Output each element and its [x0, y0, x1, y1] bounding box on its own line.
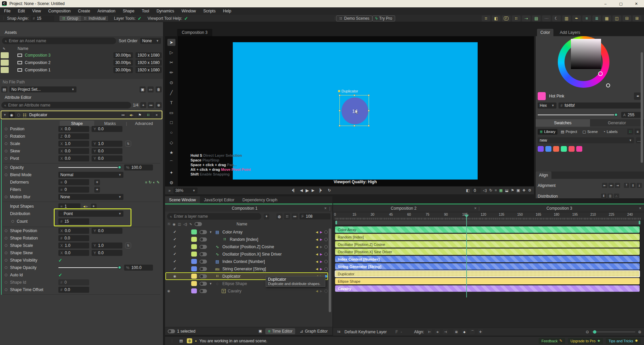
pivot-x-field[interactable]: X0.0 [58, 155, 89, 161]
camera-toggle-icon[interactable] [200, 267, 207, 271]
state-ring-icon[interactable] [324, 260, 328, 263]
menu-edit[interactable]: Edit [18, 9, 25, 13]
skew-y-field[interactable]: Y0.0 [92, 148, 122, 154]
camera-tool[interactable]: ⊙ [167, 79, 175, 86]
swatch-group-dropdown[interactable]: new▼ [538, 137, 634, 143]
keyframe-bullet[interactable] [5, 135, 7, 138]
grid-table-icon[interactable]: ⊞ [633, 15, 641, 21]
close-node-icon[interactable]: × [154, 112, 160, 118]
scale-y-field[interactable]: Y1.0 [92, 141, 122, 147]
align-h-center-icon[interactable]: ⇹ [608, 183, 614, 188]
out-connection-icon[interactable]: ▶ [320, 245, 322, 249]
deform-icon[interactable]: ◐ [153, 180, 155, 185]
asset-row[interactable]: Composition 1 30.00fps 1920 x 1080 [0, 66, 163, 74]
project-chip[interactable]: ▤Project [559, 129, 579, 135]
menu-shape[interactable]: Shape [123, 9, 135, 13]
align-center-icon[interactable]: ≣ [592, 15, 601, 21]
timeline-bar-cavalry[interactable]: Cavalry [335, 285, 640, 292]
grid-view-icon[interactable]: ∷ [627, 129, 633, 135]
camera-toggle-icon[interactable] [200, 252, 207, 256]
align-v-middle-icon[interactable]: ⇕ [630, 183, 636, 188]
tab-dependency-graph[interactable]: Dependency Graph [238, 196, 281, 204]
keyframe-bullet[interactable] [5, 252, 7, 254]
swatch-purple[interactable] [538, 146, 544, 152]
align-left-icon[interactable]: ≡ [582, 15, 591, 21]
enabled-check-icon[interactable]: ✓ [172, 245, 178, 249]
attr-search-input[interactable] [8, 103, 128, 108]
ellipse-tool[interactable]: ○ [167, 129, 175, 136]
timeline-bar-index-context[interactable]: Index Context [Number] [335, 256, 640, 262]
menu-animation[interactable]: Animation [98, 9, 115, 13]
saturation-value-square[interactable] [571, 39, 601, 69]
range-end-marker[interactable] [639, 221, 640, 224]
close-button[interactable]: ✕ [629, 0, 644, 7]
scene-comp-tab[interactable]: Composition 1 × | [165, 205, 332, 212]
timeline-bar-string-generator[interactable]: String Generator [String] [335, 263, 640, 270]
shape-opacity-slider[interactable] [58, 265, 121, 271]
guides-grid-icon[interactable]: ⌗ [495, 188, 497, 193]
expand-panel-icon[interactable]: » [168, 188, 171, 193]
menu-dynamics[interactable]: Dynamics [157, 9, 174, 13]
timeline-zoom-slider[interactable] [592, 332, 635, 332]
playhead[interactable] [466, 217, 467, 297]
in-connection-icon[interactable]: ◀ [316, 267, 318, 271]
out-connection-icon[interactable]: ▶ [320, 260, 322, 263]
timeline-ruler[interactable]: 0 15 30 45 60 75 90 105 120 135 150 165 … [333, 212, 644, 220]
demo-scenes-button[interactable]: Demo Scenes [336, 15, 372, 21]
flag-icon[interactable]: ⚑ [511, 188, 514, 193]
state-ring-icon[interactable] [324, 245, 328, 249]
keyframe-bullet[interactable] [5, 259, 7, 262]
keyframe-bullet[interactable] [5, 244, 7, 247]
swatch-orange[interactable] [553, 146, 559, 152]
hex-field[interactable]: #fd4fbf [558, 102, 642, 109]
add-input-shape-button[interactable]: + [91, 204, 97, 209]
rectangle-tool[interactable]: □ [167, 119, 175, 126]
keyframe-bullet[interactable] [5, 157, 7, 160]
out-connection-icon[interactable]: ▶ [320, 267, 322, 271]
asset-swatch[interactable] [1, 52, 9, 58]
timeline-bar-ellipse-shape[interactable]: Ellipse Shape [335, 278, 640, 284]
scene-chip[interactable]: ▢Scene [581, 129, 600, 135]
auto-id-checkbox[interactable]: ✓ [58, 272, 62, 278]
crescent-icon[interactable]: ☾ [552, 15, 561, 21]
color-mode-dropdown[interactable]: Hex▼ [538, 102, 556, 109]
link-xy-icon[interactable]: ⇅ [125, 141, 131, 147]
labels-chip[interactable]: ◔Labels [601, 129, 620, 134]
select-tool[interactable]: ➤ [167, 39, 175, 46]
out-connection-icon[interactable]: ▶ [320, 238, 322, 241]
enabled-check-icon[interactable]: ✓ [172, 230, 178, 234]
swatch-pink[interactable] [576, 146, 582, 152]
out-connection-icon[interactable]: ▶ [320, 230, 322, 234]
monitor-icon[interactable]: ⬓ [505, 188, 508, 193]
camera-toggle-icon[interactable] [200, 260, 207, 264]
refresh-icon[interactable]: ↻ [489, 188, 492, 193]
new-comp-icon[interactable]: ▭ [148, 86, 154, 92]
keyframe-bullet[interactable] [5, 128, 7, 130]
asset-search-input[interactable] [9, 39, 113, 43]
opacity-slider[interactable] [58, 164, 121, 170]
shape-opacity-field[interactable]: %100.0 [124, 265, 153, 271]
enabled-check-icon[interactable]: ✓ [172, 252, 178, 256]
timeline-range-bar[interactable] [335, 220, 641, 225]
graph-edit-icon[interactable]: ✎ [157, 180, 160, 185]
tips-and-tricks-button[interactable]: Tips and Tricks ✹ [606, 338, 641, 344]
selection-handle[interactable] [354, 94, 355, 96]
keyframe-layer-icon[interactable]: ⁝≡ [336, 329, 342, 335]
align-center-icon[interactable]: ≑ [435, 329, 440, 334]
timeline-tab-composition-2[interactable]: Composition 2 × | [333, 205, 480, 212]
menu-create[interactable]: Create [78, 9, 90, 13]
selection-handle[interactable] [368, 125, 370, 127]
viewport-canvas-area[interactable]: ➤ ▷ ✂ ✏ ⊙ ╱ T ▭ □ ○ ◇ ★ ⌒ ✦ ⚙ Duplicator [165, 36, 534, 186]
layer-swatch[interactable] [191, 281, 197, 286]
keyframe-shape-icon[interactable]: ◆ [462, 329, 467, 334]
timeline-bar-duplicator[interactable]: Duplicator [335, 271, 640, 277]
chevron-down-icon[interactable]: ▼ [207, 282, 214, 285]
layer-swatch[interactable] [191, 288, 197, 293]
assets-tab[interactable]: Assets [1, 29, 20, 36]
scale-x-field[interactable]: X1.0 [58, 141, 89, 147]
alpha-field[interactable]: A255 [621, 112, 642, 118]
shape-rotation-field[interactable]: #0.0 [58, 235, 89, 241]
state-ring-icon[interactable] [324, 267, 328, 271]
menu-composition[interactable]: Composition [48, 9, 71, 13]
message-log-icon[interactable]: ▤ [178, 338, 184, 344]
